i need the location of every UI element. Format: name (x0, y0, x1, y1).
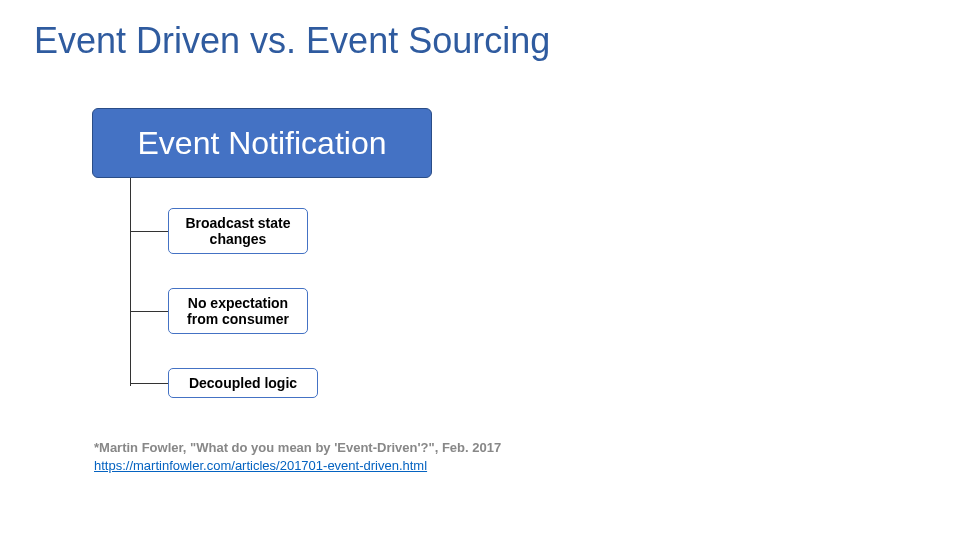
diagram-node: No expectation from consumer (168, 288, 308, 334)
tree-branch: Decoupled logic (130, 368, 318, 398)
tree-branch: No expectation from consumer (130, 288, 308, 334)
source-link[interactable]: https://martinfowler.com/articles/201701… (94, 458, 427, 473)
citation-text: *Martin Fowler, "What do you mean by 'Ev… (94, 440, 501, 455)
diagram-header-box: Event Notification (92, 108, 432, 178)
diagram-node-text: Broadcast state changes (185, 215, 290, 247)
diagram-node: Broadcast state changes (168, 208, 308, 254)
tree-horizontal-line (130, 231, 168, 232)
tree-horizontal-line (130, 311, 168, 312)
tree-branch: Broadcast state changes (130, 208, 308, 254)
slide-title: Event Driven vs. Event Sourcing (34, 20, 550, 62)
diagram-node-text: No expectation from consumer (187, 295, 289, 327)
diagram-node-text: Decoupled logic (189, 375, 297, 391)
diagram-header-text: Event Notification (137, 125, 386, 162)
diagram-node: Decoupled logic (168, 368, 318, 398)
tree-horizontal-line (130, 383, 168, 384)
